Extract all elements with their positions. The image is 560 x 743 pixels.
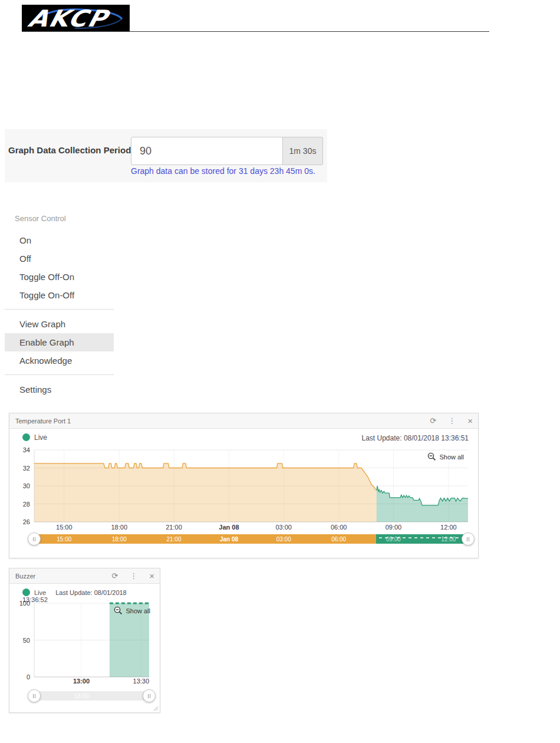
svg-text:0: 0 — [27, 673, 30, 680]
last-update-text: Last Update: 08/01/2018 13:36:51 — [362, 434, 469, 442]
range-navigator: 13:00 — [28, 686, 156, 705]
navigator-label: 21:00 — [166, 536, 181, 543]
navigator-label: 18:00 — [112, 536, 127, 543]
svg-text:50: 50 — [23, 637, 30, 644]
navigator-label: 06:00 — [331, 536, 346, 543]
menu-item-on[interactable]: On — [5, 231, 114, 249]
menu-item-acknowledge[interactable]: Acknowledge — [5, 351, 114, 370]
page: AKCP Graph Data Collection Period 1m 30s… — [0, 0, 560, 743]
show-all-label: Show all — [126, 607, 150, 614]
range-navigator: 15:0018:0021:00Jan 0803:0006:0009:0012:0… — [28, 530, 475, 548]
collection-period-label: Graph Data Collection Period — [8, 145, 131, 155]
navigator-segment[interactable]: 13:00 — [34, 691, 149, 701]
legend-row: Live Last Update: 08/01/2018 13:36:52 — [22, 589, 150, 598]
svg-text:34: 34 — [23, 446, 30, 453]
graph-collection-period-section: Graph Data Collection Period 1m 30s Grap… — [5, 129, 327, 182]
menu-item-enable-graph[interactable]: Enable Graph — [5, 333, 114, 351]
menu-item-view-graph[interactable]: View Graph — [5, 315, 114, 333]
collection-period-unit-addon: 1m 30s — [283, 137, 323, 165]
navigator-left-handle[interactable] — [28, 689, 41, 702]
menu-item-settings[interactable]: Settings — [5, 380, 114, 399]
panel-header: Temperature Port 1 ⟳ ⋮ × — [9, 413, 478, 429]
kebab-menu-icon[interactable]: ⋮ — [448, 417, 456, 425]
navigator-label: 13:00 — [74, 693, 88, 699]
sensor-control-menu: Sensor Control On Off Toggle Off-On Togg… — [5, 209, 114, 399]
collection-period-input-group: 1m 30s — [131, 137, 323, 165]
svg-text:30: 30 — [23, 482, 30, 489]
navigator-right-handle[interactable] — [462, 532, 475, 545]
navigator-right-handle[interactable] — [143, 689, 156, 702]
navigator-track[interactable]: 13:00 — [34, 691, 149, 701]
navigator-left-handle[interactable] — [28, 532, 41, 545]
temperature-chart: 15:0018:0021:00Jan 0803:0006:0009:0012:0… — [9, 445, 478, 535]
navigator-label: 03:00 — [276, 536, 291, 543]
panel-title: Temperature Port 1 — [15, 417, 418, 425]
menu-item-toggle-on-off[interactable]: Toggle On-Off — [5, 286, 114, 304]
svg-text:28: 28 — [23, 501, 30, 508]
live-legend-dot-icon — [22, 433, 30, 441]
logo-text: AKCP — [25, 5, 111, 32]
kebab-menu-icon[interactable]: ⋮ — [130, 572, 137, 580]
svg-text:26: 26 — [23, 518, 30, 525]
navigator-label: 09:00 — [386, 536, 401, 543]
menu-header: Sensor Control — [5, 209, 114, 231]
collection-period-help-text: Graph data can be stored for 31 days 23h… — [131, 166, 315, 176]
header-divider — [22, 31, 489, 32]
menu-item-off[interactable]: Off — [5, 249, 114, 268]
refresh-icon[interactable]: ⟳ — [111, 572, 118, 580]
temperature-graph-panel: Temperature Port 1 ⟳ ⋮ × Live Last Updat… — [9, 413, 479, 558]
navigator-track[interactable]: 15:0018:0021:00Jan 0803:0006:0009:0012:0… — [34, 534, 468, 544]
live-legend-dot-icon — [22, 589, 30, 596]
resize-grip-icon[interactable] — [153, 706, 159, 711]
legend-label: Live — [34, 433, 47, 442]
panel-title: Buzzer — [15, 573, 100, 580]
navigator-label: Jan 08 — [220, 536, 238, 543]
akcp-logo: AKCP — [22, 5, 130, 32]
menu-divider — [5, 374, 114, 375]
legend-row: Live Last Update: 08/01/2018 13:36:51 — [22, 433, 469, 443]
menu-item-toggle-off-on[interactable]: Toggle Off-On — [5, 268, 114, 286]
show-all-button[interactable]: Show all — [114, 606, 150, 615]
navigator-segment[interactable]: 09:0012:00 — [376, 534, 468, 544]
navigator-label: 12:00 — [441, 536, 456, 543]
svg-text:13:30: 13:30 — [133, 678, 150, 685]
panel-header: Buzzer ⟳ ⋮ × — [9, 568, 160, 584]
show-all-button[interactable]: Show all — [427, 452, 464, 461]
show-all-label: Show all — [439, 453, 464, 461]
svg-text:32: 32 — [23, 465, 30, 472]
legend-label: Live — [34, 589, 46, 596]
buzzer-graph-panel: Buzzer ⟳ ⋮ × Live Last Update: 08/01/201… — [9, 568, 160, 713]
navigator-label: 15:00 — [57, 536, 71, 543]
close-icon[interactable]: × — [149, 572, 154, 580]
svg-text:13:00: 13:00 — [73, 678, 90, 685]
navigator-segment[interactable]: 15:0018:0021:00Jan 0803:0006:00 — [34, 534, 376, 544]
collection-period-input[interactable] — [131, 137, 283, 165]
close-icon[interactable]: × — [467, 417, 473, 425]
svg-text:100: 100 — [19, 600, 30, 607]
menu-divider — [5, 309, 114, 310]
refresh-icon[interactable]: ⟳ — [430, 417, 436, 425]
zoom-out-icon — [114, 606, 123, 615]
zoom-out-icon — [427, 452, 436, 461]
